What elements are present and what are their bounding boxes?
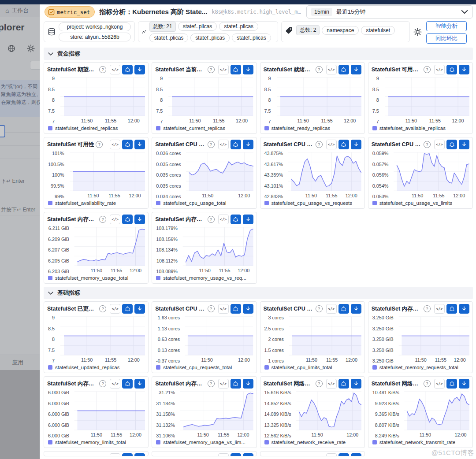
download-button[interactable] [134,65,145,74]
help-icon[interactable]: ? [316,305,323,312]
chart-plot[interactable] [390,151,469,192]
help-icon[interactable]: ? [99,380,106,387]
filter-chip[interactable]: statef..plicas [190,33,230,42]
chart-legend[interactable]: statefulset_memory_usage_vs_req... [155,274,253,282]
compare-button[interactable]: 同比环比 [426,33,467,44]
download-button[interactable] [243,304,253,314]
chart-legend[interactable]: statefulset_cpu_usage_vs_requests [264,199,361,207]
view-code-button[interactable]: </> [110,215,120,224]
chart-legend[interactable]: statefulset_memory_limits_total [47,438,145,446]
view-code-button[interactable]: </> [110,453,120,456]
download-button[interactable] [351,379,361,389]
view-code-button[interactable]: </> [434,65,445,74]
chart-legend[interactable]: statefulset_updated_replicas [47,363,145,371]
download-button[interactable] [134,379,145,389]
download-button[interactable] [243,453,253,456]
chart-legend[interactable]: statefulset_cpu_requests_total [155,363,253,371]
download-button[interactable] [134,140,145,149]
drilldown-button[interactable] [231,304,241,314]
view-code-button[interactable]: </> [110,304,120,314]
chart-plot[interactable] [273,76,361,118]
smart-analysis-button[interactable]: 智能分析 [426,21,467,31]
chart-plot[interactable] [285,151,361,192]
download-button[interactable] [134,215,145,224]
help-icon[interactable]: ? [424,66,431,73]
section-header[interactable]: 黄金指标 [44,48,473,60]
help-icon[interactable]: ? [424,305,431,312]
download-button[interactable] [351,453,361,456]
drilldown-button[interactable] [231,140,241,149]
view-code-button[interactable]: </> [218,65,229,74]
drilldown-button[interactable] [122,215,133,224]
help-icon[interactable]: ? [208,141,215,148]
chart-legend[interactable]: statefulset_ready_replicas [264,124,361,132]
chart-legend[interactable]: statefulset_availability_rate [47,199,145,207]
download-button[interactable] [134,453,145,456]
drilldown-button[interactable] [122,453,133,456]
drilldown-button[interactable] [446,304,457,314]
download-button[interactable] [459,304,469,314]
chart-legend[interactable]: statefulset_network_transmit_rate [372,438,469,446]
drilldown-button[interactable] [122,65,133,74]
filter-chip[interactable]: store: aliyun..55826b [59,33,131,41]
view-code-button[interactable]: </> [218,453,229,456]
help-icon[interactable]: ? [99,66,106,73]
view-code-button[interactable]: </> [218,140,229,149]
filter-chip[interactable]: statef..plicas [149,33,189,42]
drilldown-button[interactable] [231,65,241,74]
section-header[interactable]: 基础指标 [44,287,473,299]
chart-legend[interactable]: statefulset_network_receive_rate [264,438,361,446]
view-code-button[interactable]: </> [434,140,445,149]
drilldown-button[interactable] [231,215,241,224]
view-code-button[interactable]: </> [110,140,120,149]
chart-plot[interactable] [180,226,253,267]
drilldown-button[interactable] [338,304,349,314]
chart-legend[interactable]: statefulset_desired_replicas [47,124,145,132]
view-code-button[interactable]: </> [218,215,229,224]
chart-plot[interactable] [183,151,253,192]
metric-set-badge[interactable]: metric_set [45,6,95,18]
help-icon[interactable]: ? [208,380,215,387]
filter-chip[interactable]: project: worksp..ngkong [59,22,131,31]
download-button[interactable] [134,304,145,314]
view-code-button[interactable]: </> [434,379,445,389]
drilldown-button[interactable] [122,140,133,149]
download-button[interactable] [459,65,469,74]
help-icon[interactable]: ? [208,216,215,223]
settings-gear-icon[interactable] [413,27,422,37]
chart-legend[interactable]: statefulset_memory_usage_vs_lim... [155,438,253,446]
filter-chip[interactable]: statef..plicas [232,33,271,42]
help-icon[interactable]: ? [316,380,323,387]
chart-plot[interactable] [396,315,469,357]
download-button[interactable] [459,379,469,389]
filter-chip[interactable]: namespace [322,26,359,35]
chart-legend[interactable]: statefulset_memory_usage_total [47,274,145,282]
chart-legend[interactable]: statefulset_current_replicas [155,124,253,132]
help-icon[interactable]: ? [208,66,215,73]
view-code-button[interactable]: </> [218,304,229,314]
filter-chip[interactable]: statef..plicas [178,22,217,31]
chart-legend[interactable]: statefulset_cpu_limits_total [264,363,361,371]
chart-legend[interactable]: statefulset_cpu_usage_total [155,199,253,207]
drilldown-button[interactable] [446,65,457,74]
download-button[interactable] [459,140,469,149]
help-icon[interactable]: ? [424,141,431,148]
help-icon[interactable]: ? [316,141,323,148]
filter-chip[interactable]: statefulset [361,26,395,35]
help-icon[interactable]: ? [99,216,106,223]
drilldown-button[interactable] [231,453,241,456]
download-button[interactable] [351,140,361,149]
view-code-button[interactable]: </> [110,379,120,389]
chart-plot[interactable] [165,76,253,118]
download-button[interactable] [243,140,253,149]
drilldown-button[interactable] [338,65,349,74]
help-icon[interactable]: ? [96,141,103,148]
download-button[interactable] [243,379,253,389]
time-range-picker[interactable]: 15min 最近15分钟 [306,5,473,19]
view-code-button[interactable]: </> [434,304,445,314]
drilldown-button[interactable] [122,304,133,314]
view-code-button[interactable]: </> [110,65,120,74]
view-code-button[interactable]: </> [326,304,337,314]
drilldown-button[interactable] [338,140,349,149]
chart-legend[interactable]: statefulset_cpu_usage_vs_limits [372,199,469,207]
